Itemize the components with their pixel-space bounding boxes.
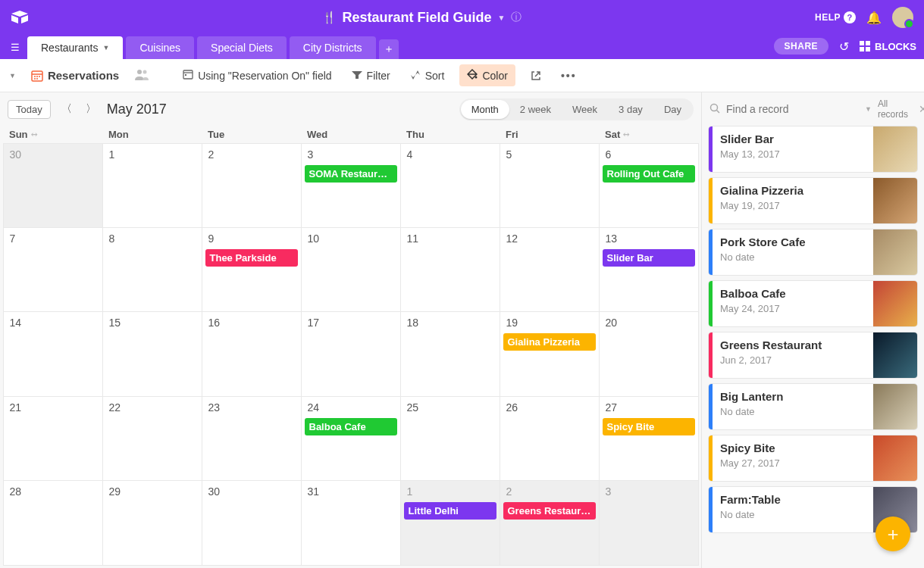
- day-cell[interactable]: 28: [3, 480, 103, 565]
- day-cell[interactable]: 24Balboa Cafe: [301, 396, 401, 481]
- record-card[interactable]: Slider BarMay 13, 2017: [708, 126, 918, 173]
- calendar-event[interactable]: Slider Bar: [603, 249, 695, 267]
- day-cell[interactable]: 26: [500, 396, 600, 481]
- day-number: 24: [305, 400, 397, 415]
- calendar-event[interactable]: Spicy Bite: [603, 418, 695, 435]
- calendar-event[interactable]: Little Delhi: [404, 502, 496, 520]
- share-button[interactable]: SHARE: [774, 38, 829, 55]
- day-cell[interactable]: 19Gialina Pizzeria: [500, 311, 600, 396]
- info-icon[interactable]: ⓘ: [511, 11, 522, 24]
- day-cell[interactable]: 4: [400, 143, 500, 228]
- close-sidebar-icon[interactable]: ✕: [914, 103, 924, 115]
- prev-month-button[interactable]: 〈: [58, 101, 75, 117]
- logo-icon[interactable]: [11, 10, 29, 25]
- range-month[interactable]: Month: [461, 100, 509, 119]
- day-cell[interactable]: 3: [599, 480, 699, 565]
- calendar-event[interactable]: Balboa Cafe: [305, 418, 397, 435]
- day-cell[interactable]: 18: [400, 311, 500, 396]
- day-cell[interactable]: 5: [500, 143, 600, 228]
- day-cell[interactable]: 22: [102, 396, 202, 481]
- day-cell[interactable]: 31: [301, 480, 401, 565]
- day-cell[interactable]: 9Thee Parkside: [202, 227, 302, 312]
- field-config[interactable]: Using "Reservation On" field: [178, 66, 336, 85]
- day-cell[interactable]: 17: [301, 311, 401, 396]
- all-records-label[interactable]: All records: [878, 98, 908, 120]
- tab-restaurants[interactable]: Restaurants▼: [27, 36, 123, 59]
- day-cell[interactable]: 13Slider Bar: [599, 227, 699, 312]
- record-card[interactable]: Spicy BiteMay 27, 2017: [708, 435, 918, 482]
- view-name[interactable]: Reservations: [27, 66, 124, 85]
- sort-button[interactable]: Sort: [406, 67, 449, 85]
- day-cell[interactable]: 3SOMA Restauran...: [301, 143, 401, 228]
- day-cell[interactable]: 30: [202, 480, 302, 565]
- filter-button[interactable]: Filter: [347, 67, 395, 85]
- day-number: 1: [106, 147, 199, 162]
- tab-cuisines[interactable]: Cuisines: [126, 36, 194, 59]
- day-cell[interactable]: 20: [599, 311, 699, 396]
- day-cell[interactable]: 21: [3, 396, 103, 481]
- day-cell[interactable]: 14: [3, 311, 103, 396]
- day-cell[interactable]: 7: [3, 227, 103, 312]
- svg-point-12: [143, 70, 147, 74]
- day-cell[interactable]: 16: [202, 311, 302, 396]
- bell-icon[interactable]: 🔔: [866, 11, 882, 25]
- svg-rect-1: [866, 41, 870, 45]
- help-button[interactable]: HELP ?: [815, 11, 856, 23]
- title-caret-icon[interactable]: ▼: [498, 14, 506, 22]
- range-week[interactable]: Week: [562, 100, 608, 119]
- search-input[interactable]: [726, 103, 859, 115]
- svg-point-6: [34, 76, 36, 77]
- record-card[interactable]: Big LanternNo date: [708, 383, 918, 430]
- next-month-button[interactable]: 〉: [83, 101, 99, 117]
- collapse-icon[interactable]: ⤢: [29, 130, 39, 139]
- day-cell[interactable]: 12: [500, 227, 600, 312]
- day-cell[interactable]: 11: [400, 227, 500, 312]
- day-cell[interactable]: 27Spicy Bite: [599, 396, 699, 481]
- calendar-event[interactable]: SOMA Restauran...: [305, 165, 397, 183]
- record-card[interactable]: Pork Store CafeNo date: [708, 229, 918, 276]
- day-cell[interactable]: 6Rolling Out Cafe: [599, 143, 699, 228]
- card-subtitle: No date: [720, 509, 866, 520]
- day-cell[interactable]: 2Greens Restaurant: [500, 480, 600, 565]
- range-2-week[interactable]: 2 week: [509, 100, 562, 119]
- calendar-event[interactable]: Gialina Pizzeria: [503, 333, 596, 351]
- add-record-button[interactable]: ＋: [875, 517, 910, 551]
- day-cell[interactable]: 30: [3, 143, 103, 228]
- range-3-day[interactable]: 3 day: [608, 100, 653, 119]
- add-table-button[interactable]: ＋: [379, 39, 399, 59]
- day-cell[interactable]: 2: [202, 143, 302, 228]
- day-cell[interactable]: 29: [102, 480, 202, 565]
- day-cell[interactable]: 10: [301, 227, 401, 312]
- day-cell[interactable]: 25: [400, 396, 500, 481]
- day-number: 2: [503, 484, 596, 499]
- share-view-icon[interactable]: [134, 68, 149, 83]
- filter-caret-icon[interactable]: ▼: [865, 105, 872, 113]
- calendar-event[interactable]: Greens Restaurant: [503, 502, 596, 520]
- share-link-button[interactable]: [526, 67, 546, 84]
- calendar-event[interactable]: Thee Parkside: [205, 249, 298, 267]
- day-cell[interactable]: 8: [102, 227, 202, 312]
- day-number: 27: [603, 400, 695, 415]
- day-number: 20: [603, 315, 695, 330]
- base-title[interactable]: Restaurant Field Guide: [343, 10, 492, 26]
- record-card[interactable]: Balboa CafeMay 24, 2017: [708, 280, 918, 327]
- color-button[interactable]: Color: [459, 64, 515, 86]
- collapse-icon[interactable]: ⤢: [622, 130, 631, 139]
- record-card[interactable]: Greens RestaurantJun 2, 2017: [708, 332, 918, 379]
- history-icon[interactable]: ↺: [839, 39, 849, 54]
- range-day[interactable]: Day: [653, 100, 692, 119]
- calendar-event[interactable]: Rolling Out Cafe: [603, 165, 695, 183]
- day-cell[interactable]: 1: [102, 143, 202, 228]
- more-button[interactable]: •••: [556, 67, 581, 85]
- today-button[interactable]: Today: [8, 100, 51, 119]
- day-cell[interactable]: 15: [102, 311, 202, 396]
- day-cell[interactable]: 1Little Delhi: [400, 480, 500, 565]
- avatar[interactable]: [892, 7, 913, 28]
- record-card[interactable]: Gialina PizzeriaMay 19, 2017: [708, 177, 918, 224]
- day-cell[interactable]: 23: [202, 396, 302, 481]
- view-switcher-caret-icon[interactable]: ▼: [9, 72, 16, 80]
- hamburger-icon[interactable]: ☰: [8, 42, 27, 59]
- tab-city-districts[interactable]: City Districts: [290, 36, 376, 59]
- blocks-button[interactable]: BLOCKS: [860, 41, 916, 52]
- tab-special-diets[interactable]: Special Diets: [197, 36, 287, 59]
